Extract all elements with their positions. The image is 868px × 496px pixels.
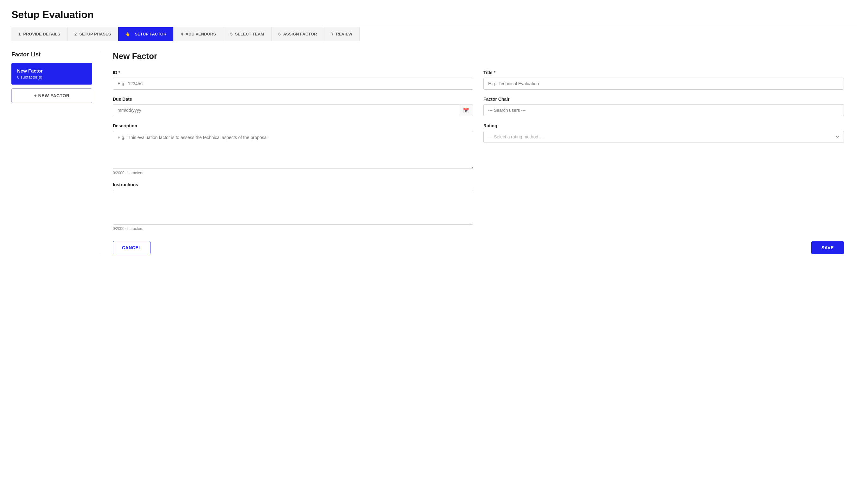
description-char-count: 0/2000 characters [113, 171, 473, 175]
step-6[interactable]: 6 ASSIGN FACTOR [272, 27, 324, 41]
step-4[interactable]: 4 ADD VENDORS [174, 27, 223, 41]
instructions-label: Instructions [113, 182, 473, 187]
factor-name: New Factor [17, 68, 87, 74]
save-button[interactable]: SAVE [811, 241, 844, 254]
new-factor-button[interactable]: + NEW FACTOR [11, 88, 92, 103]
factor-subfactor-count: 0 subfactor(s) [17, 75, 87, 79]
description-label: Description [113, 123, 473, 128]
step-1[interactable]: 1 PROVIDE DETAILS [11, 27, 67, 41]
rating-select[interactable]: --- Select a rating method --- [483, 131, 844, 143]
sidebar: Factor List New Factor 0 subfactor(s) + … [11, 51, 100, 254]
rating-label: Rating [483, 123, 844, 128]
page-title: Setup Evaluation [11, 9, 857, 20]
title-input[interactable] [483, 78, 844, 90]
steps-bar: 1 PROVIDE DETAILS 2 SETUP PHASES 👆 SETUP… [11, 27, 857, 41]
calendar-icon: 📅 [463, 108, 469, 113]
factor-list-item[interactable]: New Factor 0 subfactor(s) [11, 63, 92, 84]
step-3[interactable]: 👆 SETUP FACTOR [118, 27, 174, 41]
due-date-input[interactable] [113, 104, 459, 116]
instructions-char-count: 0/2000 characters [113, 227, 473, 231]
id-label: ID * [113, 70, 473, 75]
step-2[interactable]: 2 SETUP PHASES [67, 27, 118, 41]
main-form: New Factor ID * Title * Due Date [100, 51, 857, 254]
hand-icon: 👆 [125, 32, 130, 36]
due-date-label: Due Date [113, 97, 473, 102]
form-heading: New Factor [113, 51, 844, 61]
factor-chair-label: Factor Chair [483, 97, 844, 102]
sidebar-title: Factor List [11, 51, 92, 58]
step-7[interactable]: 7 REVIEW [324, 27, 360, 41]
factor-chair-input[interactable] [483, 104, 844, 116]
form-actions: CANCEL SAVE [113, 241, 844, 254]
calendar-button[interactable]: 📅 [459, 105, 473, 116]
step-5[interactable]: 5 SELECT TEAM [223, 27, 272, 41]
description-textarea[interactable] [113, 131, 473, 169]
instructions-textarea[interactable] [113, 190, 473, 224]
cancel-button[interactable]: CANCEL [113, 241, 151, 254]
id-input[interactable] [113, 78, 473, 90]
title-label: Title * [483, 70, 844, 75]
